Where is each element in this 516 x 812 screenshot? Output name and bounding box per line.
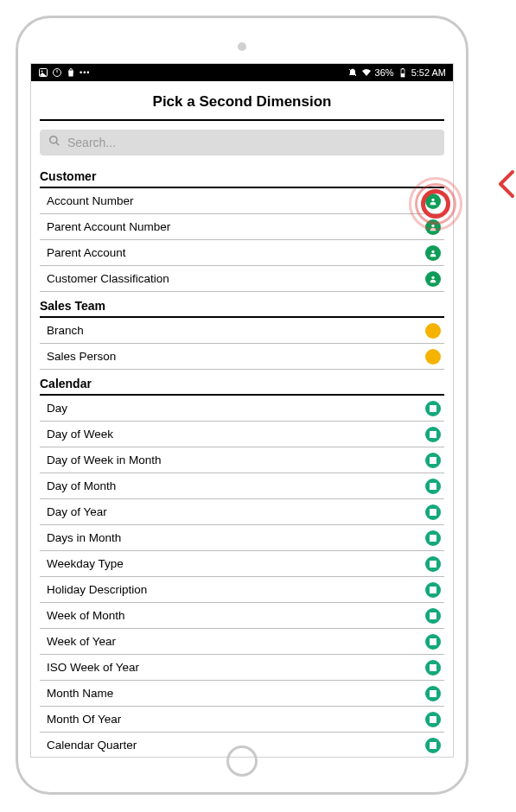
tablet-frame: ••• 36% 5:52 AM Pick a Second Dimension xyxy=(16,16,468,795)
calendar-dimension-icon xyxy=(425,608,441,624)
list-item[interactable]: Day of Month xyxy=(40,473,444,499)
list-item[interactable]: Sales Person xyxy=(40,344,444,370)
calendar-dimension-icon xyxy=(425,712,441,727)
calendar-dimension-icon xyxy=(425,660,441,676)
customer-dimension-icon xyxy=(425,245,441,261)
battery-percent: 36% xyxy=(375,67,394,78)
calendar-dimension-icon xyxy=(425,479,441,494)
calendar-dimension-icon xyxy=(425,634,441,650)
calendar-dimension-icon xyxy=(425,530,441,546)
list-item[interactable]: Week of Month xyxy=(40,603,444,629)
list-item-label: Parent Account Number xyxy=(47,220,170,233)
list-item-label: Account Number xyxy=(47,194,134,207)
list-item[interactable]: Account Number xyxy=(40,188,444,214)
svg-point-1 xyxy=(41,71,43,73)
list-item[interactable]: Parent Account xyxy=(40,240,444,266)
front-camera xyxy=(238,42,246,51)
list-item-label: Sales Person xyxy=(47,350,116,363)
list-item-label: ISO Week of Year xyxy=(47,661,139,674)
svg-rect-7 xyxy=(402,68,404,69)
search-bar[interactable] xyxy=(40,130,444,155)
svg-point-10 xyxy=(431,198,434,200)
list-item[interactable]: Parent Account Number xyxy=(40,214,444,240)
mute-icon xyxy=(347,67,358,78)
list-item-label: Day of Week xyxy=(47,428,113,441)
app-screen: ••• 36% 5:52 AM Pick a Second Dimension xyxy=(30,63,454,758)
list-item-label: Days in Month xyxy=(47,531,121,544)
arrow-indicator-icon xyxy=(497,168,516,206)
list-item-label: Day of Week in Month xyxy=(47,454,162,466)
list-item[interactable]: Days in Month xyxy=(40,525,444,551)
search-input[interactable] xyxy=(67,136,436,149)
list-item[interactable]: Day of Year xyxy=(40,499,444,525)
calendar-dimension-icon xyxy=(425,401,441,416)
list-item-label: Holiday Description xyxy=(47,583,147,596)
list-item-label: Day xyxy=(47,402,67,415)
list-item-label: Day of Year xyxy=(47,505,107,518)
customer-dimension-icon xyxy=(425,271,441,287)
section-header: Calendar xyxy=(40,370,444,396)
list-item-label: Day of Month xyxy=(47,479,116,492)
sales-dimension-icon xyxy=(425,349,441,365)
list-item[interactable]: Day xyxy=(40,396,444,422)
home-button[interactable] xyxy=(226,745,258,777)
sales-dimension-icon xyxy=(425,323,441,339)
section-header: Customer xyxy=(40,162,444,188)
list-item[interactable]: Holiday Description xyxy=(40,577,444,603)
svg-point-8 xyxy=(50,136,57,143)
list-item-label: Customer Classification xyxy=(47,272,169,285)
list-item[interactable]: Branch xyxy=(40,318,444,344)
more-icon: ••• xyxy=(80,68,90,77)
svg-line-9 xyxy=(56,143,60,146)
section-header: Sales Team xyxy=(40,292,444,318)
svg-point-11 xyxy=(431,224,434,226)
calendar-dimension-icon xyxy=(425,453,441,468)
list-item[interactable]: Day of Week in Month xyxy=(40,447,444,473)
list-item-label: Calendar Quarter xyxy=(47,739,137,752)
search-icon xyxy=(48,135,61,150)
svg-point-13 xyxy=(431,276,434,278)
battery-icon xyxy=(398,67,408,78)
calendar-dimension-icon xyxy=(425,738,441,753)
dimension-list: CustomerAccount NumberParent Account Num… xyxy=(31,162,453,757)
list-item-label: Branch xyxy=(47,324,84,337)
image-icon xyxy=(38,67,48,78)
power-icon xyxy=(52,67,62,78)
list-item[interactable]: Weekday Type xyxy=(40,551,444,577)
calendar-dimension-icon xyxy=(425,504,441,520)
calendar-dimension-icon xyxy=(425,556,441,572)
list-item[interactable]: Day of Week xyxy=(40,422,444,447)
calendar-dimension-icon xyxy=(425,582,441,598)
list-item-label: Weekday Type xyxy=(47,557,124,570)
page-title: Pick a Second Dimension xyxy=(40,81,444,121)
android-status-bar: ••• 36% 5:52 AM xyxy=(31,64,453,81)
list-item[interactable]: Month Of Year xyxy=(40,707,444,733)
svg-point-12 xyxy=(431,250,434,252)
clock-time: 5:52 AM xyxy=(411,67,446,78)
list-item[interactable]: Week of Year xyxy=(40,629,444,655)
svg-rect-6 xyxy=(401,73,405,77)
list-item-label: Week of Year xyxy=(47,635,116,648)
list-item-label: Parent Account xyxy=(47,246,126,259)
customer-dimension-icon xyxy=(425,193,441,209)
wifi-icon xyxy=(361,67,372,78)
list-item[interactable]: Month Name xyxy=(40,681,444,707)
calendar-dimension-icon xyxy=(425,427,441,442)
calendar-dimension-icon xyxy=(425,686,441,701)
bag-icon xyxy=(66,67,76,78)
list-item[interactable]: Customer Classification xyxy=(40,266,444,292)
list-item-label: Month Name xyxy=(47,687,113,700)
customer-dimension-icon xyxy=(425,219,441,235)
list-item-label: Month Of Year xyxy=(47,713,121,726)
list-item[interactable]: ISO Week of Year xyxy=(40,655,444,681)
list-item-label: Week of Month xyxy=(47,609,125,622)
